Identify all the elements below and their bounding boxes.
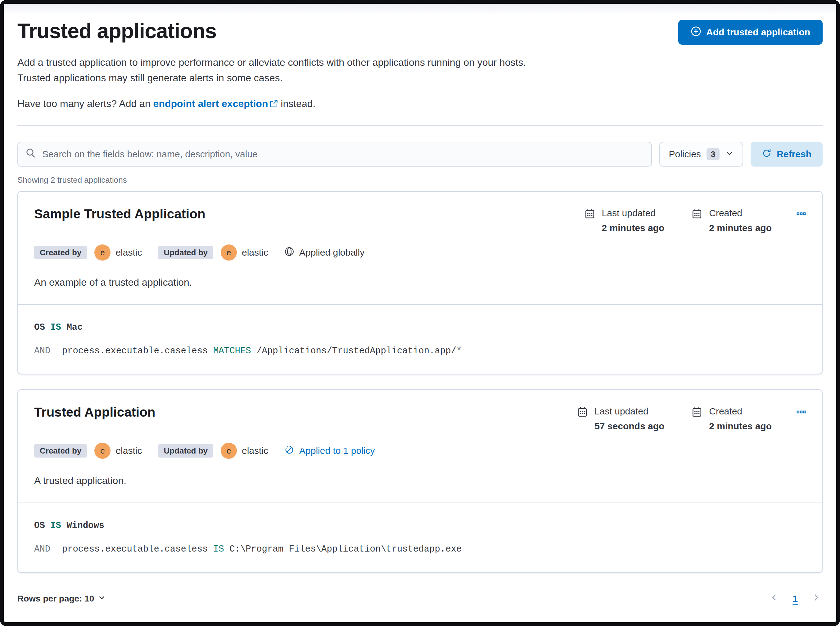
- created-texts: Created 2 minutes ago: [709, 208, 772, 233]
- condition-field: OS: [34, 521, 45, 531]
- condition-operator: IS: [213, 544, 224, 554]
- refresh-label: Refresh: [777, 149, 812, 160]
- next-page-button[interactable]: [810, 591, 823, 606]
- chevron-left-icon: [769, 593, 779, 605]
- condition-line: OS IS Mac: [34, 321, 806, 334]
- card-description: An example of a trusted application.: [34, 277, 807, 288]
- trusted-application-card: Trusted Application Last updated 57 seco…: [17, 389, 823, 573]
- policies-filter-button[interactable]: Policies 3: [659, 142, 743, 167]
- created-by-user: elastic: [116, 247, 142, 258]
- last-updated-meta: Last updated 2 minutes ago: [584, 208, 665, 233]
- top-fade-decoration: [4, 4, 836, 15]
- endpoint-alert-exception-link[interactable]: endpoint alert exception: [153, 98, 268, 109]
- page-header: Trusted applications Add trusted applica…: [17, 19, 823, 45]
- card-meta: Last updated 57 seconds ago Created 2 mi…: [577, 405, 807, 432]
- condition-prefix: AND: [34, 346, 50, 356]
- globe-icon: [284, 247, 294, 259]
- created-meta: Created 2 minutes ago: [692, 208, 772, 233]
- scope-label: Applied to 1 policy: [299, 446, 375, 456]
- condition-value: Windows: [66, 521, 104, 531]
- avatar: e: [221, 244, 237, 261]
- condition-line: OS IS Windows: [34, 519, 806, 532]
- add-trusted-application-label: Add trusted application: [706, 27, 810, 38]
- scope-label: Applied globally: [299, 247, 364, 258]
- condition-line: AND process.executable.caseless MATCHES …: [34, 345, 806, 358]
- chevron-down-icon: [725, 149, 734, 160]
- applied-to-policy-link[interactable]: Applied to 1 policy: [284, 445, 375, 457]
- card-badge-row: Created by e elastic Updated by e elasti…: [34, 443, 807, 459]
- condition-line: AND process.executable.caseless IS C:\Pr…: [34, 543, 806, 556]
- condition-operator: IS: [50, 322, 61, 333]
- trusted-applications-page: Trusted applications Add trusted applica…: [0, 0, 840, 626]
- last-updated-value: 2 minutes ago: [602, 223, 665, 233]
- created-by-badge: Created by: [34, 444, 87, 457]
- alerts-hint-suffix: instead.: [281, 98, 316, 109]
- last-updated-texts: Last updated 2 minutes ago: [602, 208, 665, 233]
- page-description-block: Add a trusted application to improve per…: [17, 55, 823, 110]
- condition-prefix: AND: [34, 544, 50, 554]
- calendar-icon: [584, 208, 595, 233]
- condition-value: C:\Program Files\Application\trustedapp.…: [229, 544, 462, 554]
- condition-field: process.executable.caseless: [62, 544, 208, 554]
- calendar-icon: [577, 407, 588, 432]
- created-texts: Created 2 minutes ago: [709, 406, 772, 432]
- page-title: Trusted applications: [17, 19, 217, 43]
- last-updated-meta: Last updated 57 seconds ago: [577, 406, 664, 432]
- updated-by-user: elastic: [242, 247, 268, 258]
- card-title: Sample Trusted Application: [34, 207, 206, 222]
- avatar: e: [94, 443, 110, 459]
- created-value: 2 minutes ago: [709, 223, 772, 233]
- results-summary: Showing 2 trusted applications: [17, 175, 823, 185]
- avatar: e: [221, 443, 237, 459]
- alerts-hint-prefix: Have too many alerts? Add an: [17, 98, 151, 109]
- search-icon: [25, 148, 36, 161]
- calendar-icon: [692, 407, 702, 432]
- card-badge-row: Created by e elastic Updated by e elasti…: [34, 244, 807, 261]
- partial-circle-icon: [284, 445, 294, 457]
- created-value: 2 minutes ago: [709, 421, 772, 432]
- created-by-user: elastic: [116, 446, 142, 456]
- card-description: A trusted application.: [34, 475, 807, 487]
- updated-by-badge: Updated by: [158, 246, 213, 259]
- avatar: e: [94, 244, 110, 261]
- card-actions-menu-button[interactable]: [795, 208, 807, 222]
- page-description: Add a trusted application to improve per…: [17, 55, 544, 86]
- viewport: Trusted applications Add trusted applica…: [0, 0, 840, 626]
- refresh-icon: [762, 148, 772, 160]
- alerts-hint: Have too many alerts? Add an endpoint al…: [17, 98, 823, 110]
- page-number-button[interactable]: 1: [793, 593, 798, 604]
- card-actions-menu-button[interactable]: [795, 406, 807, 420]
- card-header: Sample Trusted Application Last updated …: [18, 192, 822, 304]
- card-conditions: OS IS Windows AND process.executable.cas…: [18, 503, 822, 572]
- external-link-icon: [270, 99, 278, 110]
- last-updated-value: 57 seconds ago: [595, 421, 664, 432]
- condition-operator: IS: [50, 521, 61, 531]
- card-top-row: Trusted Application Last updated 57 seco…: [34, 405, 807, 432]
- rows-per-page-label: Rows per page: 10: [17, 594, 94, 604]
- previous-page-button[interactable]: [768, 591, 780, 606]
- card-top-row: Sample Trusted Application Last updated …: [34, 207, 807, 233]
- boxes-horizontal-icon: [796, 209, 806, 221]
- updated-by-badge: Updated by: [158, 444, 213, 457]
- list-footer: Rows per page: 10 1: [17, 591, 823, 606]
- last-updated-label: Last updated: [595, 406, 664, 416]
- card-meta: Last updated 2 minutes ago Created 2 min…: [584, 207, 807, 233]
- condition-value: Mac: [66, 322, 83, 333]
- add-trusted-application-button[interactable]: Add trusted application: [678, 20, 823, 45]
- refresh-button[interactable]: Refresh: [751, 142, 823, 167]
- rows-per-page-button[interactable]: Rows per page: 10: [17, 593, 106, 604]
- search-box: [17, 142, 652, 167]
- policies-filter-label: Policies: [669, 149, 700, 160]
- calendar-icon: [692, 208, 702, 233]
- created-label: Created: [709, 406, 772, 416]
- condition-field: process.executable.caseless: [62, 346, 208, 356]
- condition-operator: MATCHES: [213, 346, 251, 356]
- search-input[interactable]: [42, 149, 644, 160]
- policies-count-badge: 3: [707, 148, 719, 160]
- updated-by-user: elastic: [242, 446, 268, 456]
- condition-value: /Applications/TrustedApplication.app/*: [256, 346, 462, 356]
- created-by-badge: Created by: [34, 246, 87, 259]
- last-updated-label: Last updated: [602, 208, 665, 218]
- trusted-application-card: Sample Trusted Application Last updated …: [17, 191, 823, 374]
- boxes-horizontal-icon: [796, 407, 806, 419]
